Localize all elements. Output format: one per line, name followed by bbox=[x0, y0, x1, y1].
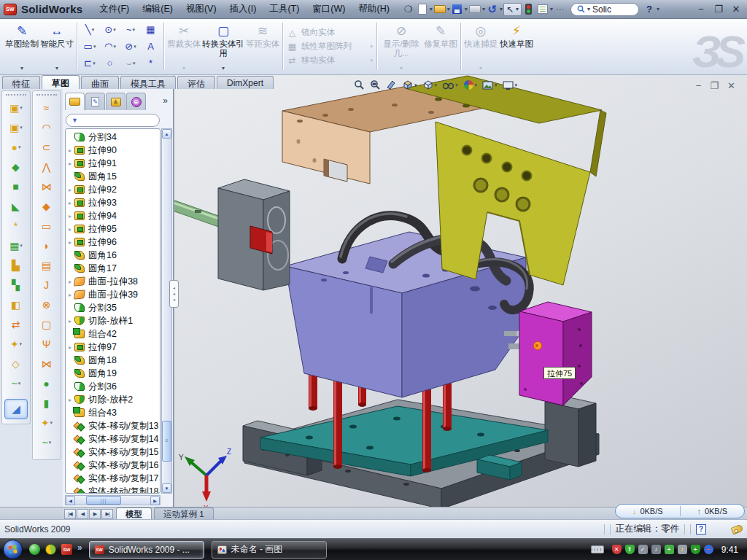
tree-item[interactable]: 圆角15 bbox=[66, 170, 160, 183]
move-entities-button[interactable]: ⇄ 移动实体 ▾ bbox=[287, 55, 373, 66]
menu-item[interactable]: 插入(I) bbox=[223, 0, 263, 18]
doc-close-button[interactable]: ✕ bbox=[727, 81, 735, 90]
tree-item[interactable]: ▸ 拉伸96 bbox=[66, 236, 160, 249]
horizontal-scroll-thumb[interactable]: ||| bbox=[86, 496, 121, 505]
dimxpertmanager-tab[interactable]: ⊕ bbox=[126, 93, 146, 110]
display-delete-relations-button[interactable]: ⊘ 显示/删除几... ▾ bbox=[379, 20, 423, 72]
swept-surface-icon[interactable]: ⊂ bbox=[42, 140, 52, 154]
surface-reference-icon[interactable]: ✦▾ bbox=[41, 416, 53, 429]
sync-status-icon[interactable]: − bbox=[704, 545, 713, 554]
expand-arrow[interactable]: ▸ bbox=[66, 187, 74, 193]
zoom-area-icon[interactable] bbox=[370, 79, 381, 90]
tag-icon[interactable] bbox=[731, 524, 744, 534]
sketch-circle[interactable]: ⊙▾ bbox=[100, 21, 120, 38]
part-slider-block[interactable] bbox=[519, 302, 592, 405]
propertymanager-tab[interactable]: ✎ bbox=[85, 93, 105, 110]
search-box[interactable]: ▾ Solic bbox=[570, 3, 639, 16]
menu-item[interactable]: 工具(T) bbox=[263, 0, 306, 18]
search-input[interactable]: Solic bbox=[592, 4, 611, 15]
update-check-icon[interactable]: ✓ bbox=[638, 545, 648, 554]
expand-arrow[interactable]: ▸ bbox=[66, 160, 74, 167]
sketch-rectangle[interactable]: ▭▾ bbox=[80, 38, 100, 55]
tree-item[interactable]: 组合43 bbox=[66, 406, 160, 419]
graphics-viewport[interactable]: Y Z X ▾ ▾ ▾ ▾ ▾ ▾ − ❐ bbox=[174, 75, 747, 507]
view-orientation-icon[interactable]: ▾ bbox=[402, 79, 417, 90]
minimize-button[interactable]: − bbox=[694, 4, 708, 15]
planar-surface-icon[interactable]: ◆ bbox=[42, 199, 51, 213]
rapid-sketch-button[interactable]: ⚡ 快速草图 bbox=[498, 20, 535, 72]
tab-sketch[interactable]: 草图 bbox=[42, 75, 80, 89]
antivirus-shield-icon[interactable]: ✕ bbox=[612, 545, 622, 554]
tab-motion-study-1[interactable]: 运动算例 1 bbox=[154, 508, 214, 519]
mirror-entities-button[interactable]: △ 镜向实体 bbox=[287, 27, 373, 38]
panel-overflow-button[interactable]: » bbox=[160, 93, 171, 111]
tree-item[interactable]: 分割35 bbox=[66, 301, 160, 314]
quick-launch-chevron[interactable]: » bbox=[77, 542, 82, 553]
expand-arrow[interactable]: ▸ bbox=[66, 213, 74, 219]
sketch-button[interactable]: ✎ 草图绘制 ▾ bbox=[4, 20, 39, 72]
move-copy-body-icon[interactable]: ⇄ bbox=[12, 317, 21, 331]
tab-surfaces[interactable]: 曲面 bbox=[81, 76, 119, 89]
network-speed-monitor[interactable]: ↓0KB/S ↑0KB/S bbox=[615, 504, 745, 518]
tree-item[interactable]: 分割34 bbox=[66, 131, 160, 144]
filled-surface-icon[interactable]: ● bbox=[43, 376, 50, 390]
prev-tab-button[interactable]: ◀ bbox=[77, 509, 88, 519]
tree-item[interactable]: ▸ 曲面-拉伸38 bbox=[66, 275, 160, 288]
expand-arrow[interactable]: ▸ bbox=[66, 318, 74, 324]
solidworks-quicklaunch-icon[interactable]: SW bbox=[61, 544, 72, 555]
linear-sketch-pattern-button[interactable]: ▦ 线性草图阵列 ▾ bbox=[287, 41, 373, 52]
thicken-icon[interactable]: Ψ bbox=[42, 337, 52, 351]
select-tool[interactable]: ↖▾ bbox=[503, 3, 522, 16]
tree-item[interactable]: 实体-移动/复制14 bbox=[66, 432, 160, 446]
vertical-scroll-thumb[interactable]: ≡ bbox=[162, 421, 171, 462]
new-caret[interactable]: ▾ bbox=[430, 7, 433, 12]
tree-item[interactable]: ▸ 切除-放样1 bbox=[66, 314, 160, 327]
surface-curve-icon[interactable]: ~▾ bbox=[42, 435, 52, 449]
rib-icon[interactable]: ◆ bbox=[12, 160, 20, 174]
save-button[interactable] bbox=[451, 2, 464, 17]
menu-item[interactable]: 窗口(W) bbox=[306, 0, 352, 18]
quick-tips-button[interactable]: ? bbox=[696, 524, 706, 534]
sketch-slot[interactable]: ⊏▾ bbox=[80, 55, 100, 71]
configurationmanager-tab[interactable]: ⋔ bbox=[106, 93, 125, 110]
scene-icon[interactable]: ▾ bbox=[482, 80, 498, 90]
tree-item[interactable]: 圆角18 bbox=[66, 354, 160, 367]
close-button[interactable]: ✕ bbox=[729, 4, 743, 15]
first-tab-button[interactable]: |◀ bbox=[64, 509, 76, 519]
expand-arrow[interactable]: ▸ bbox=[66, 397, 74, 403]
scroll-left-button[interactable]: ◀ bbox=[66, 496, 75, 505]
sketch-picture[interactable]: ▦ bbox=[141, 21, 161, 38]
sketch-ellipse[interactable]: ⊘▾ bbox=[120, 38, 141, 55]
convert-entities-button[interactable]: ▢ 转换实体引用 ▾ bbox=[201, 20, 245, 72]
start-button[interactable] bbox=[3, 540, 23, 559]
tree-item[interactable]: 实体-移动/复制13 bbox=[66, 419, 160, 432]
task-solidworks[interactable]: SW SolidWorks 2009 - ... bbox=[89, 541, 204, 559]
network-warning-icon[interactable]: ! bbox=[678, 545, 687, 554]
tree-item[interactable]: 实体-移动/复制18 bbox=[66, 485, 160, 494]
tree-item[interactable]: ▸ 拉伸92 bbox=[66, 183, 160, 196]
view-settings-icon[interactable]: ▾ bbox=[503, 80, 518, 90]
mirror-icon[interactable]: ▙ bbox=[12, 258, 20, 272]
open-caret[interactable]: ▾ bbox=[447, 7, 450, 12]
tree-item[interactable]: 实体-移动/复制16 bbox=[66, 459, 160, 472]
featuremanager-tab[interactable] bbox=[65, 93, 85, 110]
expand-arrow[interactable]: ▸ bbox=[66, 226, 74, 233]
extruded-surface-icon[interactable]: ≈ bbox=[44, 101, 50, 114]
options-list-button[interactable] bbox=[536, 2, 549, 17]
toolbar-overflow-button[interactable]: ⋯ bbox=[554, 2, 567, 17]
curve-icon[interactable]: ~▾ bbox=[12, 376, 21, 390]
tree-vertical-scrollbar[interactable]: ▲ ≡ ▼ bbox=[161, 128, 172, 494]
panel-splitter-handle[interactable]: ◂◂◂ bbox=[169, 280, 179, 308]
delete-face-icon[interactable]: ▮ bbox=[44, 396, 50, 410]
tree-item[interactable]: 分割36 bbox=[66, 380, 160, 393]
expand-arrow[interactable]: ▸ bbox=[66, 239, 74, 246]
revolved-surface-icon[interactable]: ◠ bbox=[42, 120, 51, 134]
offset-entities-button[interactable]: ≋ 等距实体 bbox=[245, 20, 280, 72]
smart-dimension-button[interactable]: ↔ 智能尺寸 ▾ bbox=[39, 20, 74, 72]
pin-icon[interactable]: ❍ bbox=[402, 2, 415, 17]
knit-surface-icon[interactable]: ▤ bbox=[42, 258, 52, 272]
linear-pattern-icon[interactable]: ▦▾ bbox=[9, 238, 23, 252]
radiate-surface-icon[interactable]: ◗ bbox=[43, 238, 50, 252]
draft-icon[interactable]: ◣ bbox=[12, 199, 20, 213]
save-caret[interactable]: ▾ bbox=[465, 7, 468, 12]
